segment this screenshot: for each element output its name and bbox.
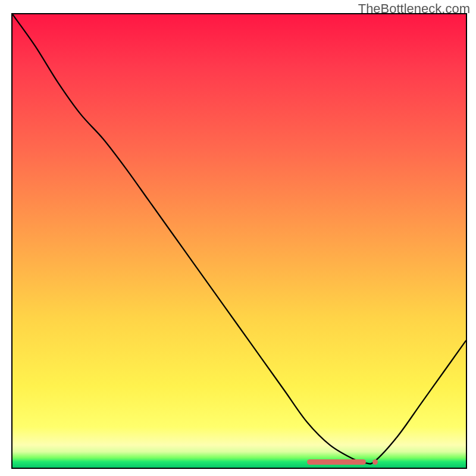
bottleneck-curve xyxy=(12,14,466,468)
chart-canvas: TheBottleneck.com xyxy=(0,0,476,476)
optimal-range-marker xyxy=(307,459,366,465)
plot-area xyxy=(12,14,466,468)
